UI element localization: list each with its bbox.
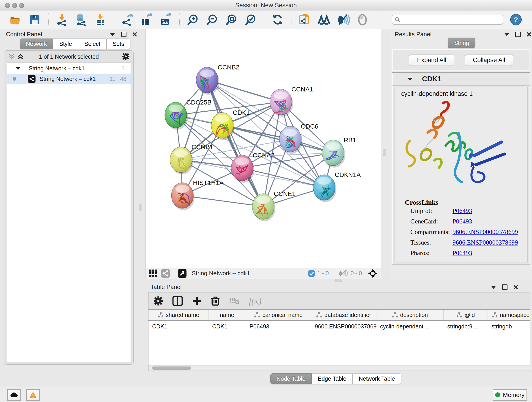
network-node-CCNE1[interactable]: CCNE1 bbox=[252, 190, 296, 221]
crosslink-link[interactable]: P06493 bbox=[452, 218, 472, 225]
export-network-icon[interactable] bbox=[121, 13, 134, 26]
right-splitter-handle[interactable] bbox=[383, 149, 386, 156]
panel-menu-icon[interactable] bbox=[504, 33, 509, 36]
left-splitter-handle[interactable] bbox=[139, 204, 142, 211]
footer-separator bbox=[335, 269, 335, 277]
tab-node-table[interactable]: Node Table bbox=[270, 373, 312, 384]
panel-menu-icon[interactable] bbox=[491, 286, 496, 289]
crosslink-link[interactable]: 9606.ENSP00000378699 bbox=[452, 228, 518, 236]
network-node-CDC6[interactable]: CDC6 bbox=[279, 123, 318, 154]
network-selection-status: 1 of 1 Network selected bbox=[4, 53, 133, 60]
zoom-selected-icon[interactable] bbox=[244, 13, 257, 26]
network-node-CCNB1[interactable]: CCNB1 bbox=[170, 143, 213, 174]
zoom-in-icon[interactable] bbox=[186, 13, 199, 26]
table-toolbar: f(x) bbox=[148, 293, 530, 309]
panel-float-icon[interactable] bbox=[121, 32, 127, 37]
table-cell[interactable]: 9606.ENSP00000378699 bbox=[311, 321, 376, 332]
table-horizontal-scrollbar[interactable] bbox=[149, 366, 531, 370]
node-table: shared namenamecanonical namedatabase id… bbox=[148, 309, 530, 365]
table-cell[interactable]: CDK1 bbox=[209, 321, 246, 332]
network-collection-row[interactable]: String Network – cdk1 1 bbox=[7, 63, 131, 74]
expand-all-button[interactable]: Expand All bbox=[409, 55, 454, 66]
panel-float-icon[interactable] bbox=[502, 284, 507, 290]
export-table-icon[interactable] bbox=[140, 13, 153, 26]
open-session-icon[interactable] bbox=[9, 13, 22, 26]
detach-view-icon[interactable] bbox=[177, 269, 187, 278]
node-label-CDK1: CDK1 bbox=[233, 109, 250, 116]
table-cell[interactable]: cyclin-dependent ... bbox=[376, 321, 443, 332]
crosslink-link[interactable]: 9606.ENSP00000378699 bbox=[452, 239, 518, 246]
selected-nodes-edges-count: 1 - 0 bbox=[317, 270, 329, 277]
column-header-namespace[interactable]: namespace bbox=[488, 310, 530, 320]
column-header-canonical-name[interactable]: canonical name bbox=[246, 310, 311, 320]
table-cell[interactable]: CDK1 bbox=[148, 321, 209, 332]
network-node-RB1[interactable]: RB1 bbox=[322, 137, 356, 167]
gene-description: cyclin-dependent kinase 1 bbox=[401, 90, 473, 97]
crosslink-link[interactable]: P06493 bbox=[452, 207, 472, 215]
first-neighbors-icon[interactable] bbox=[317, 13, 330, 26]
gene-entry-header[interactable]: CDK1 bbox=[392, 73, 530, 86]
show-columns-icon[interactable] bbox=[172, 296, 183, 306]
tab-network-table[interactable]: Network Table bbox=[353, 373, 401, 384]
tab-edge-table[interactable]: Edge Table bbox=[312, 373, 353, 384]
tab-sets[interactable]: Sets bbox=[107, 38, 130, 49]
show-all-icon[interactable] bbox=[356, 13, 369, 26]
grid-view-icon[interactable] bbox=[149, 269, 158, 278]
toolbar-separator bbox=[264, 13, 264, 26]
panel-float-icon[interactable] bbox=[515, 32, 521, 37]
crosslink-link[interactable]: P06493 bbox=[452, 249, 472, 257]
network-canvas[interactable]: CCNB2CCNA1CDC25BCDK1CDC6RB1CCNB1CCNA2CDK… bbox=[146, 29, 381, 268]
tab-style[interactable]: Style bbox=[53, 38, 78, 49]
panel-menu-icon[interactable] bbox=[110, 33, 115, 36]
network-view-title: String Network – cdk1 bbox=[192, 270, 308, 277]
network-edge[interactable] bbox=[242, 168, 324, 187]
panel-close-icon[interactable] bbox=[133, 32, 137, 37]
network-options-gear-icon[interactable] bbox=[122, 52, 130, 60]
table-cell[interactable]: P06493 bbox=[246, 321, 311, 332]
network-node-CDK1[interactable]: CDK1 bbox=[211, 109, 250, 140]
import-network-icon[interactable] bbox=[56, 13, 68, 26]
zoom-out-icon[interactable] bbox=[206, 13, 219, 26]
table-row[interactable]: CDK1CDK1P064939606.ENSP00000378699cyclin… bbox=[148, 321, 530, 332]
tab-string[interactable]: String bbox=[448, 38, 475, 48]
panel-close-icon[interactable] bbox=[513, 285, 518, 289]
panel-close-icon[interactable] bbox=[527, 32, 531, 37]
delete-column-icon[interactable] bbox=[211, 296, 220, 306]
tab-network[interactable]: Network bbox=[20, 38, 53, 49]
search-input[interactable] bbox=[392, 15, 503, 25]
birds-eye-view-icon[interactable] bbox=[161, 269, 170, 278]
column-header-@id[interactable]: @id bbox=[443, 310, 488, 320]
table-options-gear-icon[interactable] bbox=[153, 296, 163, 306]
column-header-description[interactable]: description bbox=[376, 310, 443, 320]
zoom-fit-icon[interactable] bbox=[225, 13, 238, 26]
new-network-from-selection-icon[interactable] bbox=[298, 13, 311, 26]
network-node-CDKN1A[interactable]: CDKN1A bbox=[313, 171, 361, 202]
column-header-name[interactable]: name bbox=[209, 310, 246, 320]
cloud-status-button[interactable] bbox=[7, 389, 21, 401]
warnings-button[interactable] bbox=[26, 389, 40, 401]
table-cell[interactable]: stringdb:9... bbox=[443, 321, 488, 332]
help-icon[interactable]: ? bbox=[510, 14, 522, 26]
column-header-database-identifier[interactable]: database identifier bbox=[311, 310, 376, 320]
memory-status-button[interactable]: Memory bbox=[493, 389, 527, 401]
network-view-toolbar: String Network – cdk1 1 - 0 0 - 0 bbox=[146, 268, 381, 279]
import-network-from-database-icon[interactable] bbox=[75, 13, 88, 26]
collapse-all-button[interactable]: Collapse All bbox=[465, 55, 513, 66]
gene-collapse-icon[interactable] bbox=[407, 78, 412, 81]
network-edge[interactable] bbox=[207, 80, 263, 206]
collection-expand-icon[interactable] bbox=[16, 67, 20, 70]
save-session-icon[interactable] bbox=[28, 13, 41, 26]
create-column-icon[interactable] bbox=[192, 296, 202, 306]
import-table-icon[interactable] bbox=[94, 13, 107, 26]
hide-selected-icon[interactable] bbox=[337, 13, 350, 26]
network-row[interactable]: String Network – cdk1 11 48 bbox=[7, 74, 131, 84]
fit-content-crosshair-icon[interactable] bbox=[368, 269, 378, 278]
export-image-icon[interactable] bbox=[159, 13, 172, 26]
apply-layout-icon[interactable] bbox=[271, 13, 284, 26]
tab-select[interactable]: Select bbox=[78, 38, 106, 49]
horizontal-splitter-handle[interactable] bbox=[335, 279, 342, 282]
table-cell[interactable]: stringdb bbox=[488, 321, 530, 332]
network-node-HIST1H1A[interactable]: HIST1H1A bbox=[171, 179, 224, 210]
column-header-shared-name[interactable]: shared name bbox=[148, 310, 209, 320]
scrollbar-thumb[interactable] bbox=[152, 366, 191, 370]
